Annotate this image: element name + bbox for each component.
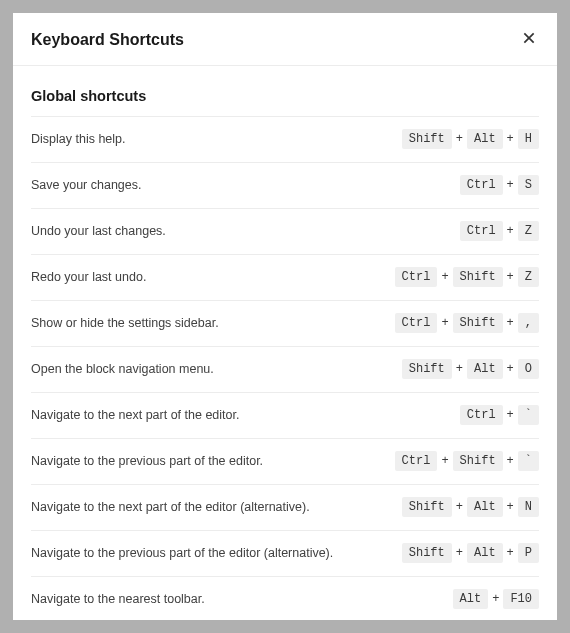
shortcut-keys: Ctrl+Z	[460, 221, 539, 241]
modal-header: Keyboard Shortcuts	[13, 13, 557, 66]
shortcut-row: Open the block navigation menu.Shift+Alt…	[31, 347, 539, 393]
shortcut-description: Navigate to the next part of the editor.	[31, 408, 239, 422]
key: Shift	[402, 129, 452, 149]
key: P	[518, 543, 539, 563]
key: Alt	[453, 589, 489, 609]
key: N	[518, 497, 539, 517]
shortcut-keys: Shift+Alt+O	[402, 359, 539, 379]
plus-separator: +	[507, 500, 514, 514]
shortcut-keys: Shift+Alt+H	[402, 129, 539, 149]
section-title: Global shortcuts	[31, 88, 539, 104]
modal-title: Keyboard Shortcuts	[31, 31, 184, 49]
modal-body: Global shortcuts Display this help.Shift…	[13, 66, 557, 620]
plus-separator: +	[507, 270, 514, 284]
key: H	[518, 129, 539, 149]
shortcut-keys: Ctrl+Shift+Z	[395, 267, 539, 287]
key: Z	[518, 221, 539, 241]
key: Ctrl	[460, 221, 503, 241]
key: Ctrl	[460, 175, 503, 195]
key: Ctrl	[395, 451, 438, 471]
shortcut-keys: Ctrl+Shift+,	[395, 313, 539, 333]
shortcut-row: Redo your last undo.Ctrl+Shift+Z	[31, 255, 539, 301]
shortcut-row: Navigate to the next part of the editor.…	[31, 393, 539, 439]
plus-separator: +	[456, 500, 463, 514]
key: F10	[503, 589, 539, 609]
key: Shift	[453, 451, 503, 471]
shortcut-description: Redo your last undo.	[31, 270, 146, 284]
key: `	[518, 405, 539, 425]
key: Shift	[402, 359, 452, 379]
shortcut-row: Undo your last changes.Ctrl+Z	[31, 209, 539, 255]
plus-separator: +	[507, 454, 514, 468]
plus-separator: +	[507, 546, 514, 560]
plus-separator: +	[456, 362, 463, 376]
key: S	[518, 175, 539, 195]
key: `	[518, 451, 539, 471]
plus-separator: +	[507, 178, 514, 192]
shortcut-row: Navigate to the next part of the editor …	[31, 485, 539, 531]
shortcut-description: Open the block navigation menu.	[31, 362, 214, 376]
key: Shift	[402, 543, 452, 563]
key: Alt	[467, 359, 503, 379]
keyboard-shortcuts-modal: Keyboard Shortcuts Global shortcuts Disp…	[13, 13, 557, 620]
shortcut-keys: Ctrl+Shift+`	[395, 451, 539, 471]
shortcut-keys: Ctrl+S	[460, 175, 539, 195]
key: Shift	[402, 497, 452, 517]
shortcut-list: Display this help.Shift+Alt+HSave your c…	[31, 116, 539, 620]
close-button[interactable]	[519, 28, 539, 51]
shortcut-description: Navigate to the previous part of the edi…	[31, 546, 333, 560]
shortcut-row: Navigate to the previous part of the edi…	[31, 439, 539, 485]
shortcut-keys: Shift+Alt+P	[402, 543, 539, 563]
plus-separator: +	[441, 270, 448, 284]
key: Z	[518, 267, 539, 287]
key: Shift	[453, 313, 503, 333]
key: ,	[518, 313, 539, 333]
plus-separator: +	[456, 132, 463, 146]
plus-separator: +	[507, 408, 514, 422]
key: Shift	[453, 267, 503, 287]
shortcut-row: Show or hide the settings sidebar.Ctrl+S…	[31, 301, 539, 347]
key: Ctrl	[460, 405, 503, 425]
key: O	[518, 359, 539, 379]
close-icon	[521, 30, 537, 49]
plus-separator: +	[507, 132, 514, 146]
shortcut-description: Navigate to the previous part of the edi…	[31, 454, 263, 468]
shortcut-row: Save your changes.Ctrl+S	[31, 163, 539, 209]
shortcut-description: Navigate to the next part of the editor …	[31, 500, 310, 514]
shortcut-row: Navigate to the previous part of the edi…	[31, 531, 539, 577]
shortcut-description: Undo your last changes.	[31, 224, 166, 238]
shortcut-description: Show or hide the settings sidebar.	[31, 316, 219, 330]
key: Ctrl	[395, 267, 438, 287]
plus-separator: +	[507, 362, 514, 376]
shortcut-description: Save your changes.	[31, 178, 142, 192]
shortcut-keys: Shift+Alt+N	[402, 497, 539, 517]
key: Alt	[467, 543, 503, 563]
shortcut-row: Navigate to the nearest toolbar.Alt+F10	[31, 577, 539, 620]
plus-separator: +	[507, 224, 514, 238]
shortcut-row: Display this help.Shift+Alt+H	[31, 116, 539, 163]
shortcut-keys: Alt+F10	[453, 589, 539, 609]
plus-separator: +	[441, 316, 448, 330]
shortcut-description: Navigate to the nearest toolbar.	[31, 592, 205, 606]
shortcut-description: Display this help.	[31, 132, 126, 146]
shortcut-keys: Ctrl+`	[460, 405, 539, 425]
plus-separator: +	[441, 454, 448, 468]
plus-separator: +	[507, 316, 514, 330]
key: Alt	[467, 497, 503, 517]
key: Ctrl	[395, 313, 438, 333]
plus-separator: +	[456, 546, 463, 560]
key: Alt	[467, 129, 503, 149]
plus-separator: +	[492, 592, 499, 606]
